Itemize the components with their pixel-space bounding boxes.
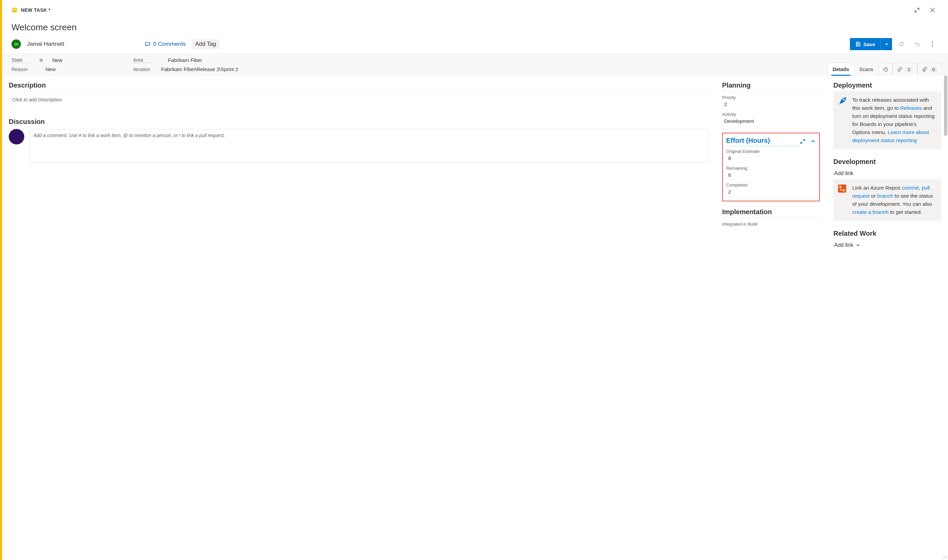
implementation-heading: Implementation xyxy=(722,208,820,216)
deployment-info-card: To track releases associated with this w… xyxy=(834,91,941,149)
comments-count: 0 Comments xyxy=(153,41,186,48)
current-user-avatar xyxy=(9,129,24,145)
svg-point-3 xyxy=(932,45,933,46)
svg-rect-0 xyxy=(12,8,17,12)
state-value[interactable]: New xyxy=(52,57,62,63)
svg-point-5 xyxy=(843,99,845,101)
development-add-link[interactable]: Add link xyxy=(834,168,941,179)
tab-history[interactable] xyxy=(879,63,893,75)
history-icon xyxy=(883,67,888,72)
svg-point-1 xyxy=(932,42,933,42)
iteration-label: Iteration xyxy=(133,67,152,72)
reason-label: Reason xyxy=(11,67,30,72)
undo-icon[interactable] xyxy=(911,38,923,50)
discussion-heading: Discussion xyxy=(9,118,709,126)
completed-label: Completed xyxy=(726,183,816,188)
svg-point-2 xyxy=(932,43,933,45)
save-dropdown-button[interactable] xyxy=(880,38,892,50)
comments-link[interactable]: 0 Comments xyxy=(145,41,186,48)
planning-heading: Planning xyxy=(722,82,820,89)
close-icon[interactable] xyxy=(926,4,939,16)
save-button[interactable]: Save xyxy=(850,38,880,50)
comment-icon xyxy=(145,41,151,47)
iteration-value[interactable]: Fabrikam Fiber\Release 2\Sprint 2 xyxy=(161,66,238,72)
save-split-button: Save xyxy=(850,38,892,50)
expand-icon[interactable] xyxy=(800,138,806,145)
commit-link[interactable]: commit xyxy=(902,185,919,191)
area-value[interactable]: Fabrikam Fiber xyxy=(168,57,202,63)
description-input[interactable]: Click to add Description. xyxy=(9,95,709,105)
create-branch-link[interactable]: create a branch xyxy=(852,209,889,215)
tab-attachments[interactable]: 0 xyxy=(917,63,942,75)
releases-link[interactable]: Releases xyxy=(900,105,922,111)
priority-value[interactable]: 2 xyxy=(722,100,820,111)
task-type-label: NEW TASK * xyxy=(21,8,51,13)
assignee-name[interactable]: Jamal Hartnett xyxy=(27,41,64,48)
scrollbar-thumb[interactable] xyxy=(944,75,947,136)
activity-label: Activity xyxy=(722,112,820,117)
effort-heading[interactable]: Effort (Hours) xyxy=(726,137,800,146)
reason-value[interactable]: New xyxy=(46,66,56,72)
avatar[interactable]: JH xyxy=(11,39,21,49)
task-type-icon xyxy=(11,7,17,13)
resize-handle-icon[interactable] xyxy=(943,555,947,559)
branch-link[interactable]: branch xyxy=(877,193,893,198)
related-add-link[interactable]: Add link xyxy=(834,239,941,251)
tab-scans[interactable]: Scans xyxy=(854,63,879,75)
attachment-icon xyxy=(922,67,927,72)
effort-section: Effort (Hours) Original Estimate 8 Remai… xyxy=(722,133,820,202)
svg-rect-6 xyxy=(838,185,846,192)
chevron-down-icon xyxy=(856,243,860,247)
state-label: State xyxy=(11,57,30,63)
refresh-icon[interactable] xyxy=(896,38,908,50)
repo-icon xyxy=(837,184,847,195)
comment-input[interactable]: Add a comment. Use # to link a work item… xyxy=(30,129,709,163)
state-dot-icon xyxy=(39,58,43,62)
fullscreen-icon[interactable] xyxy=(911,4,923,16)
links-count-badge: 1 xyxy=(905,67,913,72)
work-item-title[interactable]: Welcome screen xyxy=(11,22,948,33)
rocket-icon xyxy=(837,96,848,108)
related-work-heading: Related Work xyxy=(834,230,941,237)
deployment-heading: Deployment xyxy=(834,82,941,89)
save-icon xyxy=(855,42,861,47)
original-estimate-value[interactable]: 8 xyxy=(726,154,816,164)
development-heading: Development xyxy=(834,158,941,166)
original-estimate-label: Original Estimate xyxy=(726,149,816,154)
add-tag-button[interactable]: Add Tag xyxy=(192,39,219,49)
area-label: Area xyxy=(133,57,152,63)
remaining-value[interactable]: 6 xyxy=(726,171,816,181)
description-heading: Description xyxy=(9,82,709,89)
tab-links[interactable]: 1 xyxy=(893,63,917,75)
activity-value[interactable]: Development xyxy=(722,117,820,127)
priority-label: Priority xyxy=(722,95,820,100)
tab-details[interactable]: Details xyxy=(828,63,854,75)
link-icon xyxy=(897,67,902,72)
remaining-label: Remaining xyxy=(726,166,816,171)
integrated-build-label: Integrated in Build xyxy=(722,222,820,227)
attachments-count-badge: 0 xyxy=(930,67,937,72)
chevron-down-icon xyxy=(885,42,889,46)
development-info-card: Link an Azure Repos commit, pull request… xyxy=(834,179,941,221)
completed-value[interactable]: 2 xyxy=(726,188,816,198)
more-actions-icon[interactable] xyxy=(926,38,939,50)
chevron-up-icon[interactable] xyxy=(811,138,816,144)
